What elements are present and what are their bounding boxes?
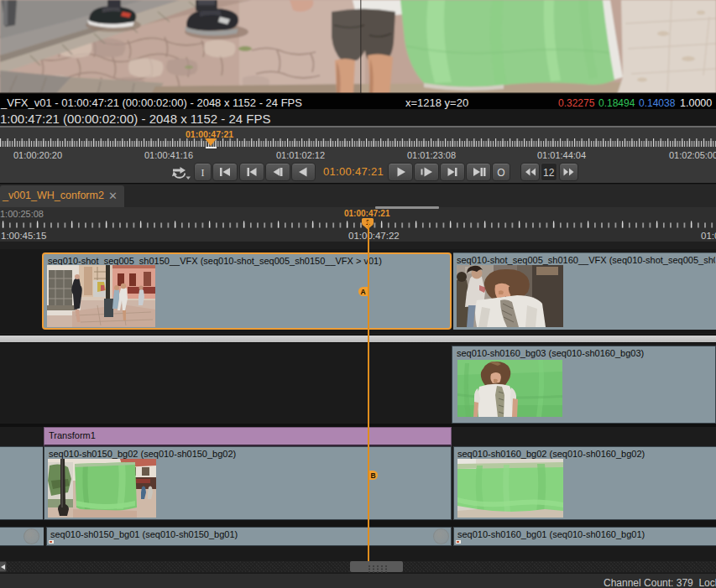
svg-text:I: I xyxy=(201,167,205,179)
svg-text:O: O xyxy=(497,167,504,179)
